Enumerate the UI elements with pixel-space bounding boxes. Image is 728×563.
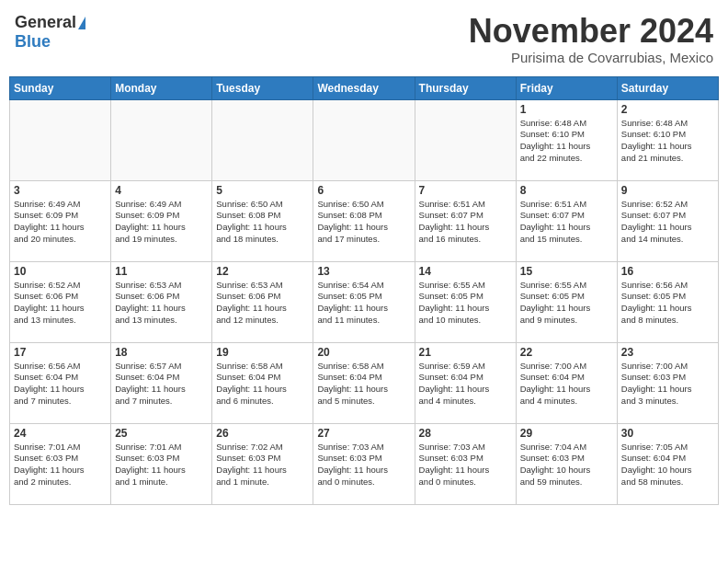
calendar-cell: 11Sunrise: 6:53 AMSunset: 6:06 PMDayligh… bbox=[111, 261, 212, 342]
day-number: 6 bbox=[317, 184, 410, 197]
calendar-cell bbox=[313, 99, 415, 180]
day-number: 11 bbox=[115, 265, 208, 278]
day-info: Sunrise: 6:49 AMSunset: 6:09 PMDaylight:… bbox=[115, 199, 208, 246]
weekday-header-wednesday: Wednesday bbox=[313, 76, 415, 99]
day-number: 12 bbox=[216, 265, 309, 278]
calendar-cell: 1Sunrise: 6:48 AMSunset: 6:10 PMDaylight… bbox=[516, 99, 617, 180]
day-number: 26 bbox=[216, 427, 309, 440]
day-number: 14 bbox=[419, 265, 512, 278]
calendar-cell: 24Sunrise: 7:01 AMSunset: 6:03 PMDayligh… bbox=[10, 423, 111, 504]
calendar-cell: 13Sunrise: 6:54 AMSunset: 6:05 PMDayligh… bbox=[313, 261, 415, 342]
calendar-cell: 19Sunrise: 6:58 AMSunset: 6:04 PMDayligh… bbox=[212, 342, 313, 423]
day-number: 29 bbox=[520, 427, 613, 440]
day-info: Sunrise: 7:03 AMSunset: 6:03 PMDaylight:… bbox=[419, 442, 512, 488]
calendar-cell: 4Sunrise: 6:49 AMSunset: 6:09 PMDaylight… bbox=[111, 180, 212, 261]
day-number: 10 bbox=[14, 265, 107, 278]
day-info: Sunrise: 6:57 AMSunset: 6:04 PMDaylight:… bbox=[115, 361, 208, 408]
day-number: 3 bbox=[14, 184, 107, 197]
day-number: 2 bbox=[621, 103, 714, 116]
month-title: November 2024 bbox=[469, 13, 713, 50]
day-number: 8 bbox=[520, 184, 613, 197]
calendar-cell: 5Sunrise: 6:50 AMSunset: 6:08 PMDaylight… bbox=[212, 180, 313, 261]
day-number: 23 bbox=[621, 346, 714, 359]
day-info: Sunrise: 6:55 AMSunset: 6:05 PMDaylight:… bbox=[520, 280, 613, 327]
day-number: 7 bbox=[419, 184, 512, 197]
calendar-cell: 10Sunrise: 6:52 AMSunset: 6:06 PMDayligh… bbox=[10, 261, 111, 342]
day-number: 15 bbox=[520, 265, 613, 278]
calendar-cell: 28Sunrise: 7:03 AMSunset: 6:03 PMDayligh… bbox=[415, 423, 516, 504]
day-info: Sunrise: 6:48 AMSunset: 6:10 PMDaylight:… bbox=[621, 118, 714, 165]
day-number: 22 bbox=[520, 346, 613, 359]
calendar-cell: 21Sunrise: 6:59 AMSunset: 6:04 PMDayligh… bbox=[415, 342, 516, 423]
calendar-cell bbox=[415, 99, 516, 180]
day-info: Sunrise: 6:49 AMSunset: 6:09 PMDaylight:… bbox=[14, 199, 107, 246]
calendar-cell: 7Sunrise: 6:51 AMSunset: 6:07 PMDaylight… bbox=[415, 180, 516, 261]
logo-blue-text: Blue bbox=[15, 32, 51, 52]
weekday-header-saturday: Saturday bbox=[617, 76, 718, 99]
day-info: Sunrise: 6:56 AMSunset: 6:05 PMDaylight:… bbox=[621, 280, 714, 327]
day-info: Sunrise: 6:53 AMSunset: 6:06 PMDaylight:… bbox=[115, 280, 208, 327]
calendar-cell: 2Sunrise: 6:48 AMSunset: 6:10 PMDaylight… bbox=[617, 99, 718, 180]
day-number: 5 bbox=[216, 184, 309, 197]
day-number: 24 bbox=[14, 427, 107, 440]
day-info: Sunrise: 7:03 AMSunset: 6:03 PMDaylight:… bbox=[317, 442, 410, 488]
calendar-cell: 27Sunrise: 7:03 AMSunset: 6:03 PMDayligh… bbox=[313, 423, 415, 504]
calendar-cell: 14Sunrise: 6:55 AMSunset: 6:05 PMDayligh… bbox=[415, 261, 516, 342]
logo-triangle-icon bbox=[78, 17, 85, 29]
day-number: 28 bbox=[419, 427, 512, 440]
day-number: 25 bbox=[115, 427, 208, 440]
day-info: Sunrise: 7:05 AMSunset: 6:04 PMDaylight:… bbox=[621, 442, 714, 488]
calendar-cell: 30Sunrise: 7:05 AMSunset: 6:04 PMDayligh… bbox=[617, 423, 718, 504]
week-row-1: 1Sunrise: 6:48 AMSunset: 6:10 PMDaylight… bbox=[10, 99, 719, 180]
weekday-header-tuesday: Tuesday bbox=[212, 76, 313, 99]
calendar-cell bbox=[111, 99, 212, 180]
day-info: Sunrise: 6:51 AMSunset: 6:07 PMDaylight:… bbox=[419, 199, 512, 246]
calendar-cell: 12Sunrise: 6:53 AMSunset: 6:06 PMDayligh… bbox=[212, 261, 313, 342]
day-info: Sunrise: 7:04 AMSunset: 6:03 PMDaylight:… bbox=[520, 442, 613, 488]
weekday-header-sunday: Sunday bbox=[10, 76, 111, 99]
calendar-cell: 17Sunrise: 6:56 AMSunset: 6:04 PMDayligh… bbox=[10, 342, 111, 423]
calendar-cell: 22Sunrise: 7:00 AMSunset: 6:04 PMDayligh… bbox=[516, 342, 617, 423]
calendar-table: SundayMondayTuesdayWednesdayThursdayFrid… bbox=[9, 76, 719, 505]
calendar-cell: 23Sunrise: 7:00 AMSunset: 6:03 PMDayligh… bbox=[617, 342, 718, 423]
week-row-5: 24Sunrise: 7:01 AMSunset: 6:03 PMDayligh… bbox=[10, 423, 719, 504]
day-number: 1 bbox=[520, 103, 613, 116]
weekday-header-row: SundayMondayTuesdayWednesdayThursdayFrid… bbox=[10, 76, 719, 99]
calendar-cell bbox=[212, 99, 313, 180]
day-info: Sunrise: 7:00 AMSunset: 6:03 PMDaylight:… bbox=[621, 361, 714, 408]
calendar-cell bbox=[10, 99, 111, 180]
calendar-cell: 20Sunrise: 6:58 AMSunset: 6:04 PMDayligh… bbox=[313, 342, 415, 423]
title-block: November 2024 Purisima de Covarrubias, M… bbox=[469, 13, 713, 65]
calendar-cell: 29Sunrise: 7:04 AMSunset: 6:03 PMDayligh… bbox=[516, 423, 617, 504]
calendar-cell: 18Sunrise: 6:57 AMSunset: 6:04 PMDayligh… bbox=[111, 342, 212, 423]
day-number: 18 bbox=[115, 346, 208, 359]
day-info: Sunrise: 6:58 AMSunset: 6:04 PMDaylight:… bbox=[317, 361, 410, 408]
week-row-4: 17Sunrise: 6:56 AMSunset: 6:04 PMDayligh… bbox=[10, 342, 719, 423]
day-info: Sunrise: 6:55 AMSunset: 6:05 PMDaylight:… bbox=[419, 280, 512, 327]
day-number: 27 bbox=[317, 427, 410, 440]
week-row-2: 3Sunrise: 6:49 AMSunset: 6:09 PMDaylight… bbox=[10, 180, 719, 261]
calendar-cell: 6Sunrise: 6:50 AMSunset: 6:08 PMDaylight… bbox=[313, 180, 415, 261]
calendar-cell: 3Sunrise: 6:49 AMSunset: 6:09 PMDaylight… bbox=[10, 180, 111, 261]
logo: General Blue bbox=[15, 13, 85, 52]
day-info: Sunrise: 6:48 AMSunset: 6:10 PMDaylight:… bbox=[520, 118, 613, 165]
day-info: Sunrise: 7:01 AMSunset: 6:03 PMDaylight:… bbox=[115, 442, 208, 488]
calendar-cell: 9Sunrise: 6:52 AMSunset: 6:07 PMDaylight… bbox=[617, 180, 718, 261]
day-number: 21 bbox=[419, 346, 512, 359]
day-info: Sunrise: 7:01 AMSunset: 6:03 PMDaylight:… bbox=[14, 442, 107, 488]
week-row-3: 10Sunrise: 6:52 AMSunset: 6:06 PMDayligh… bbox=[10, 261, 719, 342]
day-info: Sunrise: 6:58 AMSunset: 6:04 PMDaylight:… bbox=[216, 361, 309, 408]
day-info: Sunrise: 6:52 AMSunset: 6:06 PMDaylight:… bbox=[14, 280, 107, 327]
calendar-cell: 16Sunrise: 6:56 AMSunset: 6:05 PMDayligh… bbox=[617, 261, 718, 342]
day-info: Sunrise: 7:02 AMSunset: 6:03 PMDaylight:… bbox=[216, 442, 309, 488]
day-number: 17 bbox=[14, 346, 107, 359]
location-subtitle: Purisima de Covarrubias, Mexico bbox=[469, 50, 713, 65]
day-number: 16 bbox=[621, 265, 714, 278]
day-info: Sunrise: 6:51 AMSunset: 6:07 PMDaylight:… bbox=[520, 199, 613, 246]
logo-general-text: General bbox=[15, 13, 76, 32]
calendar-cell: 25Sunrise: 7:01 AMSunset: 6:03 PMDayligh… bbox=[111, 423, 212, 504]
day-number: 13 bbox=[317, 265, 410, 278]
day-info: Sunrise: 6:52 AMSunset: 6:07 PMDaylight:… bbox=[621, 199, 714, 246]
day-number: 4 bbox=[115, 184, 208, 197]
day-info: Sunrise: 6:54 AMSunset: 6:05 PMDaylight:… bbox=[317, 280, 410, 327]
